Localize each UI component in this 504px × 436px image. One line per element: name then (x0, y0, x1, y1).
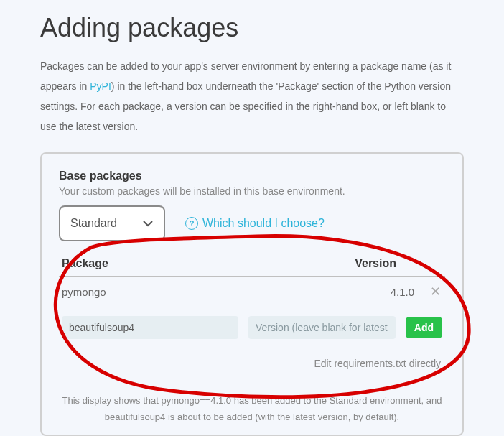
base-env-dropdown[interactable]: Standard (59, 205, 165, 241)
base-packages-title: Base packages (59, 170, 445, 182)
header-package: Package (62, 257, 108, 270)
base-packages-desc: Your custom packages will be installed i… (59, 185, 445, 197)
help-link-text: Which should I choose? (202, 217, 325, 230)
header-version: Version (355, 257, 424, 270)
add-button[interactable]: Add (406, 317, 442, 338)
caption-line-2: beautifulsoup4 is about to be added (wit… (105, 412, 399, 422)
page-title: Adding packages (40, 13, 464, 43)
intro-paragraph: Packages can be added to your app's serv… (40, 56, 464, 136)
package-name-input[interactable] (62, 316, 238, 339)
which-should-choose-link[interactable]: ? Which should I choose? (185, 217, 325, 230)
package-name: pymongo (62, 286, 106, 298)
dropdown-value: Standard (70, 217, 117, 230)
pypi-link[interactable]: PyPI (90, 80, 111, 92)
package-version-input[interactable] (248, 316, 396, 339)
remove-package-button[interactable]: ✕ (430, 284, 441, 300)
package-version: 4.1.0 (391, 286, 414, 298)
package-table-header: Package Version (59, 254, 445, 277)
question-icon: ? (185, 217, 198, 230)
package-row: pymongo 4.1.0 ✕ (59, 277, 445, 307)
caption-line-1: This display shows that pymongo==4.1.0 h… (62, 395, 442, 406)
panel-caption: This display shows that pymongo==4.1.0 h… (43, 392, 461, 426)
packages-panel: Base packages Your custom packages will … (40, 152, 464, 436)
add-package-row: Add (59, 307, 445, 339)
chevron-down-icon (142, 218, 154, 229)
edit-requirements-link[interactable]: Edit requirements.txt directly (59, 358, 445, 369)
